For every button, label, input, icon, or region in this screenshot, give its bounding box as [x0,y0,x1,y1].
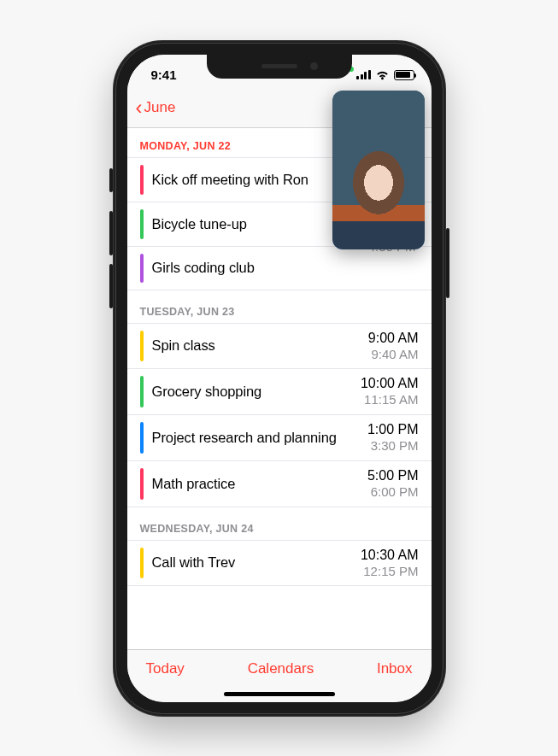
calendar-color-bar [140,422,144,454]
cellular-signal-icon [356,70,371,80]
event-row[interactable]: Call with Trev10:30 AM12:15 PM [127,540,432,587]
mute-switch[interactable] [109,168,113,192]
back-label: June [144,99,176,116]
calendar-color-bar [140,468,144,500]
event-times: 9:00 AM9:40 AM [368,330,419,363]
home-indicator[interactable] [224,692,335,696]
wifi-icon [375,70,390,80]
event-row[interactable]: Project research and planning1:00 PM3:30… [127,414,432,460]
event-end-time: 3:30 PM [367,438,419,454]
calendar-color-bar [140,376,144,407]
calendars-button[interactable]: Calendars [248,660,314,677]
event-times: 1:00 PM3:30 PM [367,421,419,454]
event-title: Grocery shopping [152,384,361,400]
event-row[interactable]: Spin class9:00 AM9:40 AM [127,323,432,369]
today-button[interactable]: Today [146,660,185,677]
event-title: Spin class [152,337,368,354]
section-header: WEDNESDAY, JUN 24 [127,507,432,540]
chevron-left-icon: ‹ [136,97,143,118]
status-time: 9:41 [143,67,177,82]
volume-up-button[interactable] [109,211,113,255]
event-times: 5:00 PM6:00 PM [367,467,419,501]
facetime-video-thumbnail [332,91,425,249]
event-end-time: 12:15 PM [361,564,419,580]
notch [207,55,352,79]
event-start-time: 9:00 AM [368,330,419,347]
event-title: Girls coding club [152,260,419,276]
power-button[interactable] [446,228,449,298]
event-end-time: 9:40 AM [368,347,419,363]
calendar-color-bar [140,331,144,362]
event-end-time: 11:15 AM [361,392,419,408]
event-start-time: 1:00 PM [367,421,419,438]
facetime-pip-window[interactable] [332,91,425,249]
inbox-button[interactable]: Inbox [377,660,413,677]
calendar-color-bar [140,254,144,283]
front-camera [310,62,318,70]
event-title: Project research and planning [152,430,367,446]
battery-icon [394,70,414,80]
section-header: TUESDAY, JUN 23 [127,290,432,323]
event-row[interactable]: Grocery shopping10:00 AM11:15 AM [127,368,432,414]
volume-down-button[interactable] [109,264,113,308]
event-title: Call with Trev [152,554,361,571]
event-row[interactable]: Math practice5:00 PM6:00 PM [127,460,432,507]
event-start-time: 10:00 AM [361,375,419,392]
event-start-time: 5:00 PM [367,467,419,484]
event-start-time: 10:30 AM [361,547,419,564]
event-end-time: 6:00 PM [367,484,419,501]
phone-frame: 9:41 ‹ June [113,40,446,717]
back-button[interactable]: ‹ June [136,97,176,118]
event-times: 10:30 AM12:15 PM [361,547,419,580]
event-times: 10:00 AM11:15 AM [361,375,419,408]
calendar-color-bar [140,209,144,239]
event-title: Math practice [152,476,367,492]
speaker-grille [261,64,297,68]
screen: 9:41 ‹ June [127,55,432,702]
calendar-color-bar [140,165,144,195]
calendar-color-bar [140,548,144,579]
